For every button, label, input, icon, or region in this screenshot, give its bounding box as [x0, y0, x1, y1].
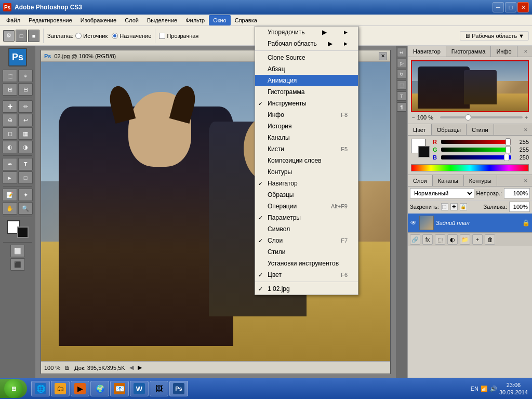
lock-all[interactable]: 🔒: [460, 203, 467, 210]
path-select[interactable]: ▸: [3, 171, 17, 184]
color-spectrum[interactable]: [411, 164, 529, 171]
brush-tool[interactable]: ✏: [18, 100, 33, 113]
color-panel-collapse[interactable]: ✕: [524, 124, 530, 135]
nav-zoom-slider[interactable]: [440, 116, 523, 118]
menu-selection[interactable]: Выделение: [143, 15, 181, 25]
menu-item-brushes[interactable]: КистиF5: [255, 143, 358, 155]
text-tool[interactable]: T: [18, 158, 33, 170]
menu-item-history[interactable]: История: [255, 121, 358, 132]
menu-item-info[interactable]: ИнфоF8: [255, 109, 358, 121]
menu-item-layer-comps[interactable]: Композиции слоев: [255, 155, 358, 166]
menu-window[interactable]: Окно: [209, 15, 231, 25]
menu-item-character[interactable]: Символ: [255, 223, 358, 235]
taskbar-media[interactable]: ▶: [71, 381, 89, 396]
hand-tool[interactable]: ✋: [3, 202, 17, 215]
tab-samples[interactable]: Образцы: [432, 124, 467, 135]
swatch-container[interactable]: [411, 139, 430, 157]
taskbar-photoshop[interactable]: Ps: [169, 381, 188, 396]
tab-paths[interactable]: Контуры: [464, 175, 497, 186]
lock-pixels[interactable]: ⬚: [441, 203, 448, 210]
mini-tool-1[interactable]: ⇔: [397, 48, 406, 57]
menu-item-options[interactable]: Параметры: [255, 212, 358, 223]
tab-layers[interactable]: Слои: [408, 175, 433, 186]
healing-tool[interactable]: ✚: [3, 100, 17, 113]
taskbar-photo[interactable]: 🖼: [150, 381, 168, 396]
menu-filter[interactable]: Фильтр: [181, 15, 209, 25]
background-color[interactable]: [17, 227, 29, 238]
eraser-tool[interactable]: ◻: [3, 127, 17, 140]
workspace-button[interactable]: 🖥 Рабочая область ▼: [460, 31, 529, 41]
mini-tool-2[interactable]: ▷: [397, 59, 406, 68]
dodge-tool[interactable]: ◑: [18, 141, 33, 153]
close-button[interactable]: ✕: [517, 2, 529, 12]
menu-item-channels[interactable]: Каналы: [255, 132, 358, 143]
menu-item-paths[interactable]: Контуры: [255, 166, 358, 178]
blend-mode-dropdown[interactable]: Нормальный: [410, 188, 474, 198]
layer-link-btn[interactable]: 🔗: [410, 234, 420, 245]
tab-styles[interactable]: Стили: [467, 124, 494, 135]
tool-btn1[interactable]: □: [16, 30, 27, 42]
maximize-button[interactable]: □: [505, 2, 516, 12]
menu-layer[interactable]: Слой: [121, 15, 143, 25]
menu-item-tool-presets[interactable]: Установки инструментов: [255, 258, 358, 269]
lock-position[interactable]: ✚: [450, 203, 458, 210]
zoom-out-icon[interactable]: −: [412, 115, 415, 121]
layer-mask-btn[interactable]: ⬚: [435, 234, 445, 245]
taskbar-chrome[interactable]: 🌍: [90, 381, 109, 396]
tab-color[interactable]: Цвет: [408, 124, 432, 135]
mini-tool-5[interactable]: T: [397, 91, 406, 101]
g-slider[interactable]: [441, 148, 511, 152]
transparent-checkbox[interactable]: Прозрачная: [159, 33, 198, 39]
minimize-button[interactable]: ─: [493, 2, 504, 12]
opacity-input[interactable]: [504, 188, 530, 198]
mini-tool-4[interactable]: ⬚: [397, 81, 406, 90]
eyedropper-tool[interactable]: ✦: [18, 189, 33, 201]
history-brush[interactable]: ↩: [18, 114, 33, 126]
taskbar-explorer[interactable]: 🗂: [51, 381, 70, 396]
status-arrow[interactable]: ◀: [129, 364, 134, 371]
menu-item-paragraph[interactable]: Абзац: [255, 63, 358, 75]
r-slider[interactable]: [441, 140, 511, 144]
menu-item-clone-source[interactable]: Clone Source: [255, 52, 358, 63]
status-scroll[interactable]: ▶: [138, 364, 142, 371]
tool-preset-picker[interactable]: ⚙: [3, 30, 15, 42]
tab-histogram[interactable]: Гистограмма: [446, 46, 491, 57]
zoom-tool[interactable]: 🔍: [18, 202, 33, 215]
slice-tool[interactable]: ⊟: [18, 83, 33, 96]
menu-item-layers[interactable]: СлоиF7: [255, 235, 358, 246]
taskbar-word[interactable]: W: [130, 381, 149, 396]
crop-tool[interactable]: ⊞: [3, 83, 17, 96]
menu-item-swatches[interactable]: Образцы: [255, 189, 358, 201]
menu-item-02jpg[interactable]: 1 02.jpg: [255, 283, 358, 295]
menu-file[interactable]: Файл: [2, 15, 24, 25]
doc-close-button[interactable]: ✕: [379, 52, 387, 60]
tab-info[interactable]: Инфо: [491, 46, 517, 57]
radio-dest[interactable]: Назначение: [112, 33, 151, 39]
radio-source[interactable]: Источник: [75, 33, 108, 39]
layer-adj-btn[interactable]: ◐: [447, 234, 458, 245]
menu-item-tools[interactable]: Инструменты: [255, 98, 358, 109]
menu-item-workspace[interactable]: Рабочая область▶: [255, 38, 358, 49]
layers-collapse[interactable]: ✕: [524, 175, 530, 186]
layer-new-btn[interactable]: +: [472, 234, 483, 245]
mini-tool-6[interactable]: ¶: [397, 102, 406, 112]
screen-mode[interactable]: ⬛: [10, 258, 25, 271]
layer-fx-btn[interactable]: fx: [422, 234, 433, 245]
bg-swatch[interactable]: [418, 146, 430, 157]
zoom-in-icon[interactable]: +: [525, 115, 528, 121]
layer-delete-btn[interactable]: 🗑: [485, 234, 495, 245]
start-button[interactable]: ⊞: [0, 379, 27, 398]
menu-item-histogram[interactable]: Гистограмма: [255, 86, 358, 98]
menu-image[interactable]: Изображение: [76, 15, 121, 25]
standard-mode[interactable]: ⬜: [10, 245, 25, 257]
layer-visibility-eye[interactable]: 👁: [410, 219, 417, 227]
menu-item-color[interactable]: ЦветF6: [255, 269, 358, 281]
menu-item-navigator[interactable]: Навигатор: [255, 178, 358, 189]
taskbar-ie[interactable]: 🌐: [31, 381, 50, 396]
menu-edit[interactable]: Редактирование: [24, 15, 76, 25]
menu-item-styles[interactable]: Стили: [255, 246, 358, 258]
shape-tool[interactable]: □: [18, 171, 33, 184]
gradient-tool[interactable]: ▦: [18, 127, 33, 140]
taskbar-email[interactable]: 📧: [110, 381, 129, 396]
fill-input[interactable]: [509, 202, 530, 212]
